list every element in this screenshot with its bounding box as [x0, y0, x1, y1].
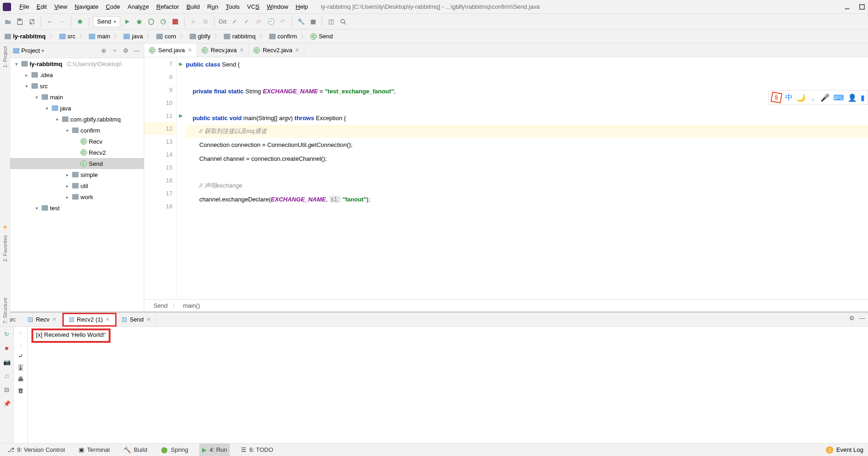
close-icon[interactable]: ✕ — [295, 47, 299, 53]
project-structure-icon[interactable]: ▦ — [308, 17, 318, 27]
tree-pkg[interactable]: ▾com.gblfy.rabbitmq — [10, 114, 144, 125]
run-icon[interactable] — [122, 17, 132, 27]
maximize-icon[interactable] — [859, 4, 865, 10]
sdk-icon[interactable]: ◫ — [326, 17, 336, 27]
tree-src[interactable]: ▾src — [10, 80, 144, 91]
more-icon[interactable]: ▮ — [861, 93, 865, 102]
sb-terminal[interactable]: ▣Terminal — [76, 444, 112, 456]
sync-icon[interactable] — [27, 17, 37, 27]
dump-icon[interactable]: 📷 — [2, 357, 12, 366]
diff-icon[interactable]: ⇄ — [254, 17, 264, 27]
print-icon[interactable]: 🖶 — [18, 376, 24, 383]
tree-work[interactable]: ▸work — [10, 191, 144, 202]
build-icon[interactable] — [75, 17, 85, 27]
save-icon[interactable] — [15, 17, 25, 27]
menu-edit[interactable]: Edit — [33, 2, 50, 12]
wrap-icon[interactable]: ⤶ — [18, 353, 23, 359]
crumb-com[interactable]: com — [154, 32, 178, 41]
ime-toolbar[interactable]: S 中 🌙 ， 🎤 ⌨ 👤 ▮ — [768, 90, 868, 105]
minimize-icon[interactable] — [844, 4, 850, 10]
run-tab-recv2[interactable]: Recv2 (1)✕ — [62, 313, 117, 327]
close-icon[interactable]: ✕ — [188, 47, 192, 53]
hide-icon[interactable]: — — [859, 315, 865, 322]
menu-build[interactable]: Build — [183, 2, 203, 12]
crumb-gblfy[interactable]: gblfy — [188, 32, 212, 41]
comma-icon[interactable]: ， — [809, 93, 817, 103]
rail-project[interactable]: 1: Project — [2, 46, 8, 67]
stop-icon[interactable]: ■ — [2, 343, 12, 353]
collapse-icon[interactable]: ÷ — [111, 47, 119, 55]
run-tab-send[interactable]: Send✕ — [117, 313, 156, 327]
menu-navigate[interactable]: Navigate — [71, 2, 102, 12]
settings-icon[interactable]: 🔧 — [296, 17, 306, 27]
down-icon[interactable]: ↓ — [19, 341, 22, 348]
sb-todo[interactable]: ☰6: TODO — [238, 444, 276, 456]
menu-run[interactable]: Run — [203, 2, 222, 12]
tree-recv2[interactable]: CRecv2 — [10, 147, 144, 158]
crumb-main[interactable]: main — [87, 32, 112, 41]
mic-icon[interactable]: 🎤 — [820, 93, 830, 102]
update-project-icon[interactable]: ✓ — [230, 17, 240, 27]
keyboard-icon[interactable]: ⌨ — [833, 93, 844, 102]
up-icon[interactable]: ↑ — [19, 329, 22, 336]
profile-icon[interactable] — [158, 17, 168, 27]
hide-icon[interactable]: — — [133, 47, 141, 55]
clear-icon[interactable]: 🗑 — [18, 387, 24, 394]
attach-icon[interactable]: ⎆ — [188, 17, 198, 27]
search-icon[interactable] — [338, 17, 348, 27]
menu-tools[interactable]: Tools — [222, 2, 243, 12]
menu-refactor[interactable]: Refactor — [153, 2, 183, 12]
menu-view[interactable]: View — [50, 2, 71, 12]
commit-icon[interactable]: ✓ — [242, 17, 252, 27]
menu-analyze[interactable]: Analyze — [124, 2, 153, 12]
sb-vc[interactable]: ⎇9: Version Control — [5, 444, 68, 456]
tree-simple[interactable]: ▸simple — [10, 169, 144, 180]
revert-icon[interactable]: ↶ — [278, 17, 288, 27]
close-icon[interactable]: ✕ — [52, 316, 56, 322]
menu-window[interactable]: Window — [263, 2, 292, 12]
user-icon[interactable]: 👤 — [848, 93, 857, 102]
console-output[interactable]: [x] Received 'Hello World!' — [28, 327, 868, 443]
code-area[interactable]: public class Send { private final static… — [177, 57, 868, 299]
tree-send[interactable]: CSend — [10, 158, 144, 169]
sb-run[interactable]: ▶4: Run — [199, 444, 230, 456]
moon-icon[interactable]: 🌙 — [796, 93, 806, 102]
menu-code[interactable]: Code — [102, 2, 124, 12]
tree-confirm[interactable]: ▾confirm — [10, 125, 144, 136]
run-tab-recv[interactable]: Recv✕ — [23, 313, 62, 327]
tree-root[interactable]: ▾ly-rabbitmqC:\Users\ly\Desktop\ — [10, 58, 144, 69]
bc-method[interactable]: main() — [183, 302, 200, 309]
tree-main[interactable]: ▾main — [10, 91, 144, 103]
target-icon[interactable]: ⊕ — [99, 47, 108, 55]
history-icon[interactable]: 🕘 — [266, 17, 276, 27]
stop-icon[interactable] — [170, 17, 180, 27]
exit-icon[interactable]: ⏍ — [2, 371, 12, 380]
tree-util[interactable]: ▸util — [10, 180, 144, 191]
gear-icon[interactable]: ⚙ — [122, 47, 130, 55]
forward-icon[interactable]: → — [57, 17, 67, 27]
scroll-icon[interactable]: ⤓ — [18, 364, 23, 371]
open-icon[interactable] — [3, 17, 13, 27]
chevron-down-icon[interactable]: ▾ — [42, 48, 44, 53]
crumb-rabbitmq[interactable]: rabbitmq — [222, 32, 258, 41]
editor-body[interactable]: 7▶ 8 9 10 11▶ 12 13 14 15 16 17 18 publi… — [144, 57, 868, 299]
tree-java[interactable]: ▾java — [10, 103, 144, 114]
menu-file[interactable]: File — [16, 2, 33, 12]
tab-recv2[interactable]: CRecv2.java✕ — [249, 43, 304, 57]
menu-help[interactable]: Help — [292, 2, 312, 12]
run-config-select[interactable]: Send ▾ — [93, 16, 120, 27]
tree-test[interactable]: ▾test — [10, 202, 144, 213]
run-gutter-icon[interactable]: ▶ — [179, 61, 183, 67]
sb-spring[interactable]: ⬤Spring — [158, 444, 191, 456]
ime-lang[interactable]: 中 — [785, 93, 793, 103]
close-icon[interactable]: ✕ — [147, 316, 151, 322]
sb-build[interactable]: 🔨Build — [121, 444, 150, 456]
tree-idea[interactable]: ▸.idea — [10, 69, 144, 80]
pin-icon[interactable]: 📌 — [2, 399, 12, 408]
coverage-icon[interactable] — [146, 17, 156, 27]
tab-recv[interactable]: CRecv.java✕ — [197, 43, 249, 57]
project-tree[interactable]: ▾ly-rabbitmqC:\Users\ly\Desktop\ ▸.idea … — [10, 58, 144, 311]
debug-icon[interactable] — [134, 17, 144, 27]
gear-icon[interactable]: ⚙ — [849, 315, 855, 322]
crumb-java[interactable]: java — [122, 32, 145, 41]
